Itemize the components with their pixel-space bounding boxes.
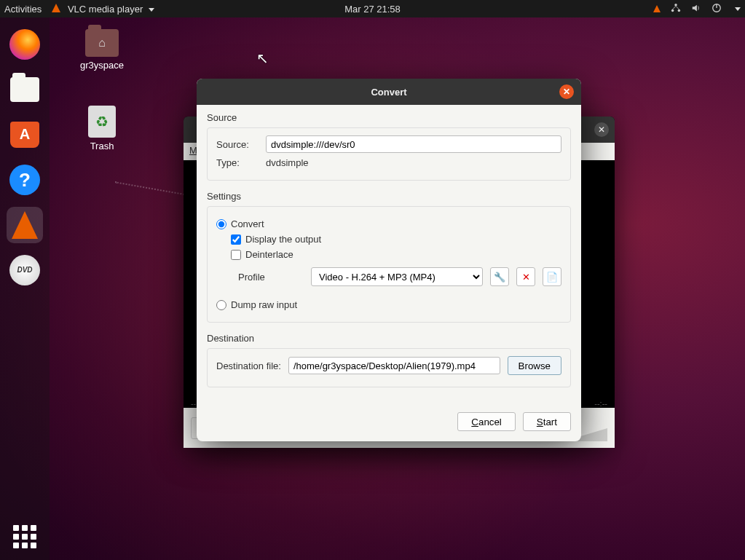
- deinterlace-label: Deinterlace: [245, 249, 293, 260]
- dvd-icon: [9, 255, 40, 285]
- activities-button[interactable]: Activities: [4, 4, 42, 15]
- chevron-down-icon: [149, 8, 154, 12]
- convert-radio[interactable]: Convert: [216, 218, 561, 229]
- dump-radio-input[interactable]: [216, 300, 226, 310]
- dock-help[interactable]: ?: [7, 162, 43, 198]
- clock[interactable]: Mar 27 21:58: [344, 4, 401, 15]
- vlc-icon: [12, 211, 38, 239]
- dialog-title: Convert: [371, 87, 406, 98]
- browse-button[interactable]: Browse: [508, 356, 561, 375]
- app-menu-label: VLC media player: [68, 4, 143, 15]
- svg-point-1: [671, 9, 674, 12]
- wrench-icon: 🔧: [494, 272, 505, 283]
- profile-edit-button[interactable]: 🔧: [490, 267, 509, 286]
- dock: ?: [0, 17, 50, 560]
- dock-software[interactable]: [7, 117, 43, 153]
- network-icon[interactable]: [671, 3, 681, 15]
- new-icon: 📄: [546, 272, 558, 283]
- dock-dvd[interactable]: [7, 252, 43, 288]
- home-icon: ⌂: [85, 29, 119, 57]
- source-label: Source:: [216, 139, 259, 150]
- destination-section-label: Destination: [207, 333, 571, 344]
- cancel-button[interactable]: Cancel: [457, 412, 516, 431]
- dock-firefox[interactable]: [7, 26, 43, 63]
- time-total: --:--: [594, 399, 607, 408]
- files-icon: [10, 77, 39, 102]
- svg-point-2: [678, 9, 681, 12]
- firefox-icon: [9, 29, 40, 60]
- dump-radio-label: Dump raw input: [231, 299, 297, 310]
- source-input[interactable]: [266, 135, 561, 153]
- desktop-trash[interactable]: Trash: [73, 106, 131, 151]
- software-icon: [10, 122, 39, 148]
- desktop-home-folder[interactable]: ⌂ gr3yspace: [73, 29, 131, 71]
- delete-icon: ✕: [522, 272, 530, 283]
- settings-section-label: Settings: [207, 191, 571, 202]
- vlc-cone-icon: [52, 4, 60, 12]
- desktop-home-label: gr3yspace: [73, 60, 131, 71]
- profile-delete-button[interactable]: ✕: [516, 267, 535, 286]
- profile-select[interactable]: Video - H.264 + MP3 (MP4): [311, 267, 483, 286]
- vlc-close-button[interactable]: ✕: [594, 122, 609, 137]
- source-section-label: Source: [207, 112, 571, 123]
- dock-vlc[interactable]: [7, 207, 43, 243]
- convert-dialog: Convert ✕ Source Source: Type: dvdsimple…: [197, 79, 581, 441]
- app-menu[interactable]: VLC media player: [52, 4, 154, 15]
- convert-radio-input[interactable]: [216, 219, 226, 229]
- destination-input[interactable]: [288, 357, 500, 374]
- show-applications-button[interactable]: [0, 525, 50, 548]
- dialog-titlebar[interactable]: Convert ✕: [197, 79, 581, 105]
- type-label: Type:: [216, 157, 259, 168]
- top-bar: Activities VLC media player Mar 27 21:58: [0, 0, 745, 17]
- start-button[interactable]: Start: [523, 412, 571, 431]
- dialog-close-button[interactable]: ✕: [559, 84, 574, 99]
- desktop-trash-label: Trash: [73, 141, 131, 151]
- profile-new-button[interactable]: 📄: [543, 267, 561, 286]
- power-icon[interactable]: [712, 3, 722, 15]
- folder-icon: ⌂: [85, 29, 119, 57]
- trash-icon: [88, 106, 116, 138]
- type-value: dvdsimple: [266, 157, 309, 168]
- display-output-input[interactable]: [231, 234, 241, 245]
- display-output-checkbox[interactable]: Display the output: [231, 234, 561, 245]
- deinterlace-input[interactable]: [231, 250, 241, 260]
- svg-point-0: [674, 3, 677, 6]
- destination-label: Destination file:: [216, 360, 281, 371]
- vlc-tray-icon[interactable]: [653, 5, 661, 12]
- display-output-label: Display the output: [245, 234, 321, 245]
- profile-label: Profile: [238, 272, 304, 283]
- dump-radio[interactable]: Dump raw input: [216, 299, 561, 310]
- deinterlace-checkbox[interactable]: Deinterlace: [231, 249, 561, 260]
- dock-files[interactable]: [7, 71, 43, 108]
- system-menu-chevron-icon[interactable]: [735, 7, 741, 11]
- help-icon: ?: [9, 165, 40, 195]
- convert-radio-label: Convert: [231, 218, 264, 229]
- volume-icon[interactable]: [691, 3, 701, 15]
